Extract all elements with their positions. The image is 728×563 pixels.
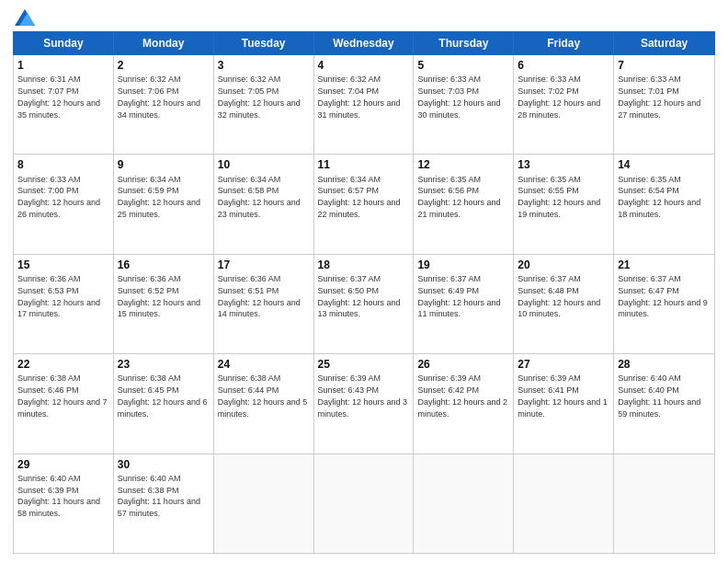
- day-number: 10: [218, 157, 310, 172]
- calendar-header: SundayMondayTuesdayWednesdayThursdayFrid…: [13, 31, 715, 55]
- cell-info: Sunrise: 6:33 AMSunset: 7:03 PMDaylight:…: [417, 75, 500, 119]
- day-number: 6: [518, 58, 609, 73]
- table-row: 17Sunrise: 6:36 AMSunset: 6:51 PMDayligh…: [214, 255, 314, 353]
- cell-info: Sunrise: 6:36 AMSunset: 6:53 PMDaylight:…: [17, 274, 100, 318]
- day-number: 7: [618, 58, 711, 73]
- table-row: 19Sunrise: 6:37 AMSunset: 6:49 PMDayligh…: [414, 255, 514, 353]
- table-row: [514, 454, 614, 553]
- table-row: [314, 454, 415, 553]
- logo: [13, 9, 35, 26]
- cell-info: Sunrise: 6:40 AMSunset: 6:39 PMDaylight:…: [17, 474, 100, 518]
- table-row: 24Sunrise: 6:38 AMSunset: 6:44 PMDayligh…: [214, 354, 314, 453]
- cell-info: Sunrise: 6:38 AMSunset: 6:45 PMDaylight:…: [118, 373, 208, 418]
- table-row: [614, 454, 714, 553]
- cell-info: Sunrise: 6:32 AMSunset: 7:04 PMDaylight:…: [318, 75, 401, 119]
- table-row: 7Sunrise: 6:33 AMSunset: 7:01 PMDaylight…: [614, 55, 714, 154]
- cell-info: Sunrise: 6:33 AMSunset: 7:02 PMDaylight:…: [518, 75, 600, 119]
- day-number: 16: [118, 258, 210, 272]
- week-row-2: 8Sunrise: 6:33 AMSunset: 7:00 PMDaylight…: [14, 155, 714, 254]
- table-row: 1Sunrise: 6:31 AMSunset: 7:07 PMDaylight…: [14, 55, 114, 154]
- table-row: 2Sunrise: 6:32 AMSunset: 7:06 PMDaylight…: [114, 55, 214, 154]
- table-row: 9Sunrise: 6:34 AMSunset: 6:59 PMDaylight…: [114, 155, 214, 253]
- cell-info: Sunrise: 6:32 AMSunset: 7:06 PMDaylight:…: [118, 75, 200, 119]
- table-row: 27Sunrise: 6:39 AMSunset: 6:41 PMDayligh…: [514, 354, 614, 453]
- day-number: 20: [518, 258, 609, 272]
- cell-info: Sunrise: 6:33 AMSunset: 7:01 PMDaylight:…: [618, 75, 700, 119]
- cell-info: Sunrise: 6:40 AMSunset: 6:38 PMDaylight:…: [118, 474, 200, 518]
- cell-info: Sunrise: 6:31 AMSunset: 7:07 PMDaylight:…: [17, 75, 100, 119]
- cell-info: Sunrise: 6:32 AMSunset: 7:05 PMDaylight:…: [218, 75, 301, 119]
- cell-info: Sunrise: 6:37 AMSunset: 6:49 PMDaylight:…: [417, 274, 500, 318]
- cell-info: Sunrise: 6:36 AMSunset: 6:52 PMDaylight:…: [118, 274, 200, 318]
- cell-info: Sunrise: 6:37 AMSunset: 6:47 PMDaylight:…: [618, 274, 708, 318]
- cell-info: Sunrise: 6:34 AMSunset: 6:58 PMDaylight:…: [218, 175, 301, 219]
- day-number: 3: [218, 58, 310, 73]
- table-row: 10Sunrise: 6:34 AMSunset: 6:58 PMDayligh…: [214, 155, 314, 253]
- table-row: 5Sunrise: 6:33 AMSunset: 7:03 PMDaylight…: [414, 55, 514, 154]
- day-number: 14: [618, 157, 711, 172]
- logo-icon: [15, 9, 35, 26]
- day-number: 29: [17, 457, 109, 472]
- table-row: 28Sunrise: 6:40 AMSunset: 6:40 PMDayligh…: [614, 354, 714, 453]
- day-number: 21: [618, 258, 711, 272]
- day-number: 15: [17, 258, 109, 272]
- day-number: 8: [17, 157, 109, 172]
- calendar-body: 1Sunrise: 6:31 AMSunset: 7:07 PMDaylight…: [13, 55, 715, 554]
- cell-info: Sunrise: 6:39 AMSunset: 6:42 PMDaylight:…: [417, 373, 507, 418]
- table-row: 3Sunrise: 6:32 AMSunset: 7:05 PMDaylight…: [214, 55, 314, 154]
- cell-info: Sunrise: 6:36 AMSunset: 6:51 PMDaylight:…: [218, 274, 301, 318]
- header-day-wednesday: Wednesday: [314, 32, 415, 54]
- day-number: 2: [118, 58, 210, 73]
- table-row: 21Sunrise: 6:37 AMSunset: 6:47 PMDayligh…: [614, 255, 714, 353]
- header-day-saturday: Saturday: [614, 32, 714, 54]
- table-row: 8Sunrise: 6:33 AMSunset: 7:00 PMDaylight…: [14, 155, 114, 253]
- table-row: [214, 454, 314, 553]
- page: SundayMondayTuesdayWednesdayThursdayFrid…: [0, 0, 728, 563]
- cell-info: Sunrise: 6:34 AMSunset: 6:59 PMDaylight:…: [118, 175, 200, 219]
- table-row: 14Sunrise: 6:35 AMSunset: 6:54 PMDayligh…: [614, 155, 714, 253]
- table-row: 18Sunrise: 6:37 AMSunset: 6:50 PMDayligh…: [314, 255, 415, 353]
- table-row: [414, 454, 514, 553]
- day-number: 19: [417, 258, 509, 272]
- week-row-3: 15Sunrise: 6:36 AMSunset: 6:53 PMDayligh…: [14, 255, 714, 354]
- day-number: 1: [17, 58, 109, 73]
- day-number: 9: [118, 157, 210, 172]
- table-row: 16Sunrise: 6:36 AMSunset: 6:52 PMDayligh…: [114, 255, 214, 353]
- day-number: 18: [318, 258, 410, 272]
- table-row: 30Sunrise: 6:40 AMSunset: 6:38 PMDayligh…: [114, 454, 214, 553]
- cell-info: Sunrise: 6:39 AMSunset: 6:41 PMDaylight:…: [518, 373, 608, 418]
- header-day-thursday: Thursday: [414, 32, 514, 54]
- header-day-tuesday: Tuesday: [214, 32, 314, 54]
- cell-info: Sunrise: 6:35 AMSunset: 6:54 PMDaylight:…: [618, 175, 700, 219]
- day-number: 5: [417, 58, 509, 73]
- header: [13, 9, 715, 26]
- table-row: 22Sunrise: 6:38 AMSunset: 6:46 PMDayligh…: [14, 354, 114, 453]
- table-row: 6Sunrise: 6:33 AMSunset: 7:02 PMDaylight…: [514, 55, 614, 154]
- day-number: 25: [318, 357, 410, 372]
- table-row: 13Sunrise: 6:35 AMSunset: 6:55 PMDayligh…: [514, 155, 614, 253]
- cell-info: Sunrise: 6:33 AMSunset: 7:00 PMDaylight:…: [17, 175, 100, 219]
- cell-info: Sunrise: 6:35 AMSunset: 6:56 PMDaylight:…: [417, 175, 500, 219]
- week-row-4: 22Sunrise: 6:38 AMSunset: 6:46 PMDayligh…: [14, 354, 714, 454]
- day-number: 11: [318, 157, 410, 172]
- day-number: 26: [417, 357, 509, 372]
- day-number: 12: [417, 157, 509, 172]
- table-row: 20Sunrise: 6:37 AMSunset: 6:48 PMDayligh…: [514, 255, 614, 353]
- day-number: 23: [118, 357, 210, 372]
- cell-info: Sunrise: 6:37 AMSunset: 6:50 PMDaylight:…: [318, 274, 401, 318]
- table-row: 29Sunrise: 6:40 AMSunset: 6:39 PMDayligh…: [14, 454, 114, 553]
- calendar: SundayMondayTuesdayWednesdayThursdayFrid…: [13, 31, 715, 554]
- cell-info: Sunrise: 6:34 AMSunset: 6:57 PMDaylight:…: [318, 175, 401, 219]
- week-row-1: 1Sunrise: 6:31 AMSunset: 7:07 PMDaylight…: [14, 55, 714, 155]
- cell-info: Sunrise: 6:38 AMSunset: 6:46 PMDaylight:…: [17, 373, 108, 418]
- cell-info: Sunrise: 6:35 AMSunset: 6:55 PMDaylight:…: [518, 175, 600, 219]
- cell-info: Sunrise: 6:39 AMSunset: 6:43 PMDaylight:…: [318, 373, 408, 418]
- day-number: 30: [118, 457, 210, 472]
- day-number: 13: [518, 157, 609, 172]
- header-day-monday: Monday: [114, 32, 214, 54]
- table-row: 25Sunrise: 6:39 AMSunset: 6:43 PMDayligh…: [314, 354, 415, 453]
- table-row: 12Sunrise: 6:35 AMSunset: 6:56 PMDayligh…: [414, 155, 514, 253]
- table-row: 15Sunrise: 6:36 AMSunset: 6:53 PMDayligh…: [14, 255, 114, 353]
- week-row-5: 29Sunrise: 6:40 AMSunset: 6:39 PMDayligh…: [14, 454, 714, 553]
- day-number: 27: [518, 357, 609, 372]
